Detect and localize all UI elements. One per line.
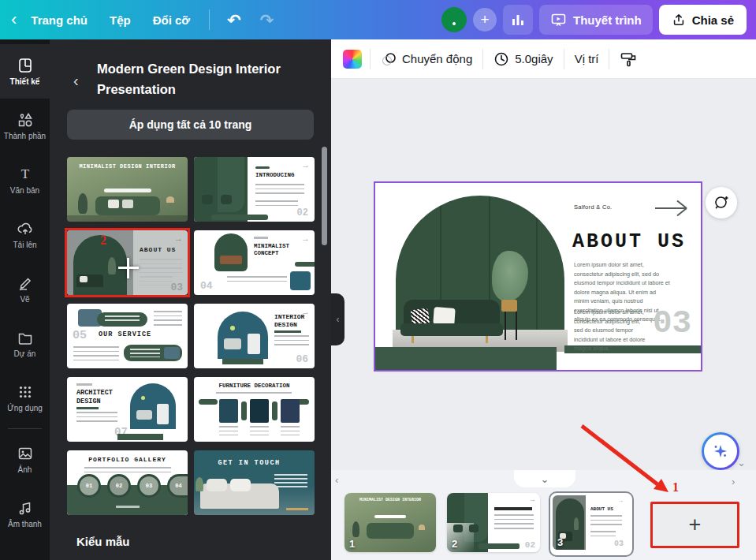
animate-button[interactable]: Chuyển động [371, 51, 482, 67]
magic-assistant-button[interactable] [702, 432, 739, 470]
panel-scrollbar[interactable] [322, 147, 327, 245]
menu-home[interactable]: Trang chủ [20, 13, 99, 27]
sidebar-item-elements[interactable]: Thành phần [0, 99, 50, 153]
position-button[interactable]: Vị trí [564, 52, 609, 65]
sidebar-item-draw[interactable]: Vẽ [0, 262, 50, 316]
panel-collapse-tab[interactable]: ‹ [331, 293, 344, 345]
slide-plant-stand [505, 312, 517, 340]
tag-shape [274, 330, 301, 333]
apply-all-pages-button[interactable]: Áp dụng tất cả 10 trang [67, 110, 314, 140]
brand-line [116, 506, 140, 508]
paint-roller-icon [620, 50, 637, 68]
arch-photo [218, 312, 268, 359]
filmstrip-collapse-tab[interactable]: ⌄ [514, 470, 575, 487]
page-label: 03 [614, 539, 624, 548]
canvas-corner-chevron-down-icon[interactable]: ⌄ [737, 457, 746, 468]
text-lines [494, 514, 534, 532]
bar-chart-icon [510, 12, 526, 28]
sidebar-item-label: Âm thanh [8, 521, 42, 528]
lamp-shape [166, 196, 174, 203]
tag-shape [255, 166, 270, 169]
sidebar-item-uploads[interactable]: Tải lên [0, 207, 50, 262]
template-title: ARCHITECT DESIGN [76, 389, 122, 405]
text-lines [216, 392, 292, 396]
page-title: ABOUT US [590, 506, 613, 513]
canvas-slide-about-us[interactable]: Salford & Co. ABOUT US Lorem ipsum dolor… [375, 183, 701, 370]
share-button[interactable]: Chia sẻ [659, 5, 747, 35]
plant-shape [78, 193, 88, 214]
filmstrip-scroll-right-icon[interactable]: › [732, 476, 735, 487]
template-thumb-5[interactable]: 05 OUR SERVICE [67, 304, 188, 368]
add-member-button[interactable]: + [473, 8, 497, 32]
pedestal-shape [222, 359, 263, 364]
gallery-number: 02 [116, 483, 122, 489]
pill-shape [295, 262, 315, 267]
plant-shape [352, 521, 359, 537]
avatar[interactable] [441, 7, 467, 32]
filmstrip-page-2[interactable]: → 02 2 [447, 493, 540, 552]
template-thumb-9[interactable]: PORTFOLIO GALLERY 01 02 03 04 [67, 450, 188, 515]
undo-icon[interactable]: ↶ [218, 12, 251, 28]
menu-resize[interactable]: Đổi cỡ [142, 13, 201, 27]
back-chevron-icon[interactable]: ‹ [0, 11, 20, 28]
caption-lines [219, 426, 238, 435]
photo-card [250, 399, 269, 423]
sidebar-item-label: Tải lên [13, 241, 36, 249]
comment-button[interactable] [706, 187, 737, 218]
comment-plus-icon [713, 194, 730, 211]
arrow-icon: → [529, 496, 536, 503]
plant-shape [574, 517, 579, 530]
presentation-icon [550, 12, 567, 28]
tag-shape [76, 407, 99, 409]
insights-chart-icon[interactable] [503, 5, 533, 35]
template-title: MINIMALIST DESIGN INTERIOR [67, 163, 188, 170]
caption-lines [281, 426, 300, 435]
filmstrip-page-1[interactable]: MINIMALIST DESIGN INTERIOR 1 [344, 493, 436, 552]
context-toolbar: Chuyển động 5.0giây Vị trí [331, 39, 756, 79]
copy-style-button[interactable] [609, 50, 647, 68]
sidebar-item-design[interactable]: Thiết kế [0, 44, 50, 99]
chair-shape [221, 195, 232, 204]
sidebar-item-label: Văn bản [10, 187, 39, 195]
present-button[interactable]: Thuyết trình [539, 5, 653, 35]
template-number: 05 [73, 329, 87, 342]
color-swatch-button[interactable] [343, 50, 362, 69]
photo-card [281, 399, 300, 423]
banner-shape [97, 312, 147, 327]
collapse-chevron-icon: ‹ [337, 314, 340, 325]
topbar-right-group: + Thuyết trình Chia sẻ [441, 5, 756, 35]
plant-shape [196, 477, 203, 491]
template-thumb-2[interactable]: → INTRODUCING 02 [194, 157, 315, 222]
share-label: Chia sẻ [692, 13, 734, 27]
sidebar-item-apps[interactable]: Ứng dụng [0, 371, 50, 425]
sidebar-item-photos[interactable]: Ảnh [0, 432, 50, 487]
filmstrip-scroll-left-icon[interactable]: ‹ [335, 475, 338, 485]
slide-paragraph-2: Lorem ipsum dolor sit amet, consectetur … [574, 308, 650, 353]
template-title: ABOUT US [140, 246, 176, 254]
template-thumb-1[interactable]: MINIMALIST DESIGN INTERIOR [67, 157, 188, 222]
template-thumb-7[interactable]: ARCHITECT DESIGN 07 [67, 377, 188, 442]
add-page-button[interactable]: + [650, 502, 739, 548]
menu-file[interactable]: Tệp [99, 13, 142, 27]
filmstrip-page-3-selected[interactable]: → ABOUT US 03 3 [549, 491, 634, 557]
plus-icon: + [689, 513, 702, 537]
arch-photo [214, 233, 248, 271]
template-thumb-6[interactable]: → INTERIOR DESIGN 06 [194, 304, 315, 368]
duration-button[interactable]: 5.0giây [483, 51, 563, 67]
template-title: INTRODUCING [255, 172, 295, 179]
pen-icon [17, 274, 34, 292]
sidebar-item-text[interactable]: T Văn bản [0, 153, 50, 207]
template-thumb-10[interactable]: GET IN TOUCH [194, 450, 315, 515]
sidebar-item-audio[interactable]: Âm thanh [0, 487, 50, 541]
text-lines [255, 184, 304, 197]
template-thumb-8[interactable]: FURNITURE DECORATION [194, 377, 315, 442]
template-thumb-4[interactable]: → MINIMALIST CONCEPT 04 [194, 230, 315, 295]
sidebar-item-projects[interactable]: Dự án [0, 316, 50, 371]
template-thumb-3-selected[interactable]: → ABOUT US 03 [67, 230, 188, 295]
panel-back-chevron-icon[interactable]: ‹ [73, 73, 79, 88]
text-lines [590, 531, 616, 539]
page-title: MINIMALIST DESIGN INTERIOR [344, 498, 436, 502]
chair-shape [202, 195, 213, 204]
sidebar-item-label: Thành phần [4, 133, 46, 140]
heading-bar [494, 507, 532, 510]
